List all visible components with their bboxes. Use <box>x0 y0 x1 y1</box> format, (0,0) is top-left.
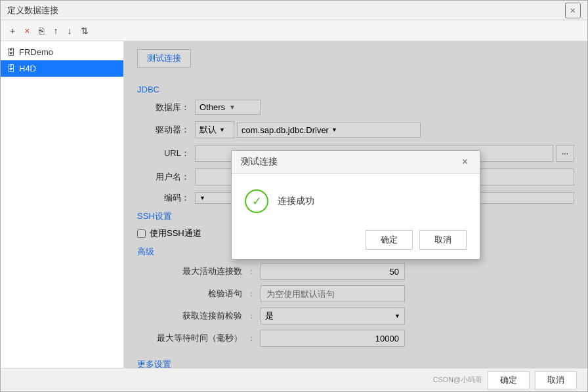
sidebar-item-label: FRDemo <box>19 47 53 57</box>
modal-overlay: 测试连接 × ✓ 连接成功 确定 取消 <box>124 41 587 368</box>
title-bar: 定义数据连接 × <box>1 1 587 20</box>
bottom-bar: CSDN@小码哥 确定 取消 <box>1 368 587 391</box>
move-down-button[interactable]: ↓ <box>63 24 75 38</box>
modal-body: ✓ 连接成功 <box>232 174 480 224</box>
modal-title-bar: 测试连接 × <box>232 151 480 174</box>
content-area: 测试连接 JDBC 数据库： Others ▼ 驱动器： 默认 ▼ <box>124 41 587 368</box>
window-close-button[interactable]: × <box>565 3 581 18</box>
modal-message: 连接成功 <box>278 195 314 207</box>
title-bar-left: 定义数据连接 <box>7 5 58 16</box>
sidebar: 🗄 FRDemo 🗄 H4D <box>1 41 124 368</box>
body: 🗄 FRDemo 🗄 H4D 测试连接 JDBC 数据库： Others ▼ <box>1 41 587 368</box>
sidebar-item-FRDemo[interactable]: 🗄 FRDemo <box>1 44 123 60</box>
sidebar-item-label-active: H4D <box>19 64 36 73</box>
modal-title: 测试连接 <box>241 156 278 168</box>
cancel-button[interactable]: 取消 <box>535 371 577 389</box>
move-up-button[interactable]: ↑ <box>49 24 62 38</box>
sort-button[interactable]: ⇅ <box>77 24 93 38</box>
watermark: CSDN@小码哥 <box>433 375 482 385</box>
main-window: 定义数据连接 × + × ⎘ ↑ ↓ ⇅ 🗄 FRDemo 🗄 H4D 测 <box>0 0 588 392</box>
modal-confirm-button[interactable]: 确定 <box>366 230 413 250</box>
modal-close-button[interactable]: × <box>459 156 471 168</box>
success-icon: ✓ <box>245 189 268 213</box>
copy-button[interactable]: ⎘ <box>35 24 48 38</box>
window-title: 定义数据连接 <box>7 5 58 16</box>
delete-button[interactable]: × <box>20 24 33 38</box>
confirm-button[interactable]: 确定 <box>488 371 530 389</box>
modal-cancel-button[interactable]: 取消 <box>419 230 467 250</box>
add-button[interactable]: + <box>6 24 19 38</box>
modal-footer: 确定 取消 <box>232 224 480 259</box>
sidebar-item-H4D[interactable]: 🗄 H4D <box>1 60 123 77</box>
db-icon-active: 🗄 <box>7 64 15 73</box>
test-connection-modal: 测试连接 × ✓ 连接成功 确定 取消 <box>231 150 480 260</box>
toolbar: + × ⎘ ↑ ↓ ⇅ <box>1 20 587 41</box>
db-icon: 🗄 <box>7 48 15 57</box>
